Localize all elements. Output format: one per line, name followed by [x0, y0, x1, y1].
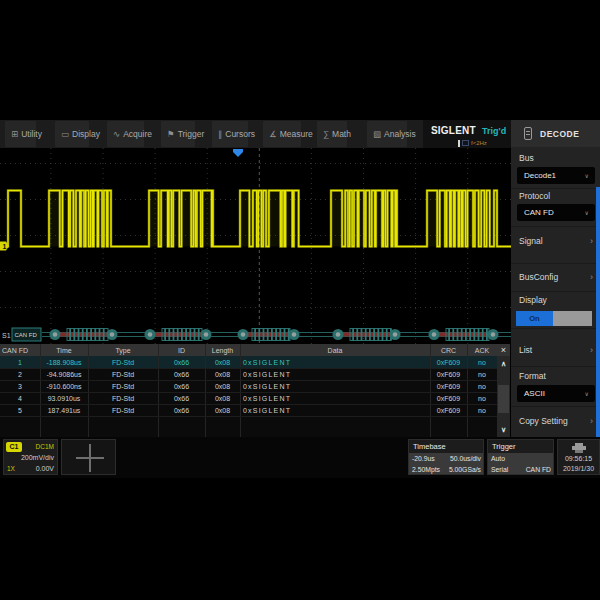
- toggle-off-segment[interactable]: [553, 311, 592, 326]
- list-row-5[interactable]: 5187.491usFD-Std0x660x080xSIGLENT0xF609n…: [0, 404, 497, 416]
- trigger-title: Trigger: [492, 442, 515, 451]
- menu-item-label: Trigger: [178, 129, 205, 139]
- row-separator: [0, 404, 497, 405]
- decode-frame-1[interactable]: [50, 329, 118, 341]
- format-dropdown[interactable]: ASCII∨: [517, 385, 595, 402]
- frame-node-core: [204, 332, 209, 337]
- list-row-4[interactable]: 493.0910usFD-Std0x660x080xSIGLENT0xF609n…: [0, 392, 497, 404]
- menu-item-label: Cursors: [225, 129, 255, 139]
- frame-stripe: [173, 329, 175, 341]
- trigger-box[interactable]: Trigger Auto Serial CAN FD: [487, 439, 554, 475]
- column-separator: [158, 344, 159, 437]
- frame-stripe: [365, 329, 367, 341]
- menu-item-label: Analysis: [384, 129, 416, 139]
- frame-stripe: [99, 329, 101, 341]
- display-toggle[interactable]: On: [516, 311, 592, 326]
- frame-node-core: [148, 332, 153, 337]
- menu-item-utility[interactable]: ⊞Utility: [5, 121, 36, 147]
- list-row-1[interactable]: 1-188.908usFD-Std0x660x080xSIGLENT0xF609…: [0, 356, 497, 368]
- frame-stripe: [267, 329, 269, 341]
- sidebar-item-busconfig[interactable]: BusConfig: [519, 272, 558, 282]
- menu-item-acquire[interactable]: ∿Acquire: [107, 121, 144, 147]
- list-row-3[interactable]: 3-910.600nsFD-Std0x660x080xSIGLENT0xF609…: [0, 380, 497, 392]
- list-cell: 0xSIGLENT: [240, 356, 430, 368]
- timebase-scale: 50.0us/div: [450, 455, 481, 462]
- list-cell: no: [467, 404, 497, 416]
- frame-stripe: [478, 329, 480, 341]
- timebase-body: -20.9us 50.0us/div 2.50Mpts 5.00GSa/s: [409, 453, 483, 474]
- sidebar-item-list[interactable]: List: [519, 345, 532, 355]
- menu-item-trigger[interactable]: ⚑Trigger: [161, 121, 195, 147]
- frame-node-core: [110, 332, 115, 337]
- list-cell: 4: [0, 392, 40, 404]
- chevron-down-icon: ∨: [585, 172, 589, 179]
- menu-item-label: Measure: [280, 129, 313, 139]
- list-column-header: Type: [88, 344, 158, 356]
- decode-list-window: CAN FDTimeTypeIDLengthDataCRCACK1-188.90…: [0, 344, 510, 437]
- list-cell: FD-Std: [88, 368, 158, 380]
- decode-frame-4[interactable]: [333, 329, 401, 341]
- freq-bar-icon: [458, 140, 460, 147]
- bus-dropdown[interactable]: Decode1∨: [517, 167, 595, 184]
- math-icon: ∑: [323, 130, 329, 139]
- list-row-2[interactable]: 2-94.9086usFD-Std0x660x080xSIGLENT0xF609…: [0, 368, 497, 380]
- frame-stripe: [185, 329, 187, 341]
- trigger-position-marker[interactable]: [233, 149, 243, 157]
- menu-item-measure[interactable]: ∡Measure: [263, 121, 301, 147]
- decode-frame-2[interactable]: [145, 329, 212, 341]
- bus1-label[interactable]: S1CAN FD: [2, 328, 41, 341]
- frame-stripe: [94, 329, 96, 341]
- timebase-box[interactable]: Timebase -20.9us 50.0us/div 2.50Mpts 5.0…: [408, 439, 484, 475]
- menu-item-display[interactable]: ▭Display: [55, 121, 89, 147]
- list-cell: 0xSIGLENT: [240, 392, 430, 404]
- printer-icon[interactable]: [572, 443, 586, 453]
- list-cell: 93.0910us: [40, 392, 88, 404]
- add-channel-button[interactable]: [61, 439, 116, 475]
- frame-node-core: [241, 332, 246, 337]
- list-scrollbar[interactable]: ∧∨: [497, 356, 510, 437]
- decode-frame-5[interactable]: [429, 329, 499, 341]
- menu-item-label: Acquire: [123, 129, 152, 139]
- frame-stripe: [373, 329, 375, 341]
- sidebar-scrollbar[interactable]: [596, 187, 600, 437]
- divider: [511, 188, 600, 189]
- list-cell: 0xF609: [430, 404, 467, 416]
- frame-stripe: [469, 329, 471, 341]
- scroll-thumb[interactable]: [498, 385, 509, 413]
- list-column-header: Time: [40, 344, 88, 356]
- divider: [511, 226, 600, 227]
- list-cell: -910.600ns: [40, 380, 88, 392]
- display-icon: ▭: [61, 130, 69, 139]
- list-cell: 187.491us: [40, 404, 88, 416]
- channel1-descriptor[interactable]: C1 DC1M 200mV/div 1X 0.00V: [3, 439, 58, 475]
- sidebar-label: Display: [519, 295, 547, 305]
- menu-item-math[interactable]: ∑Math: [317, 121, 347, 147]
- frame-stripe: [189, 329, 191, 341]
- menu-item-cursors[interactable]: ∥Cursors: [212, 121, 248, 147]
- scroll-up-icon[interactable]: ∧: [497, 360, 510, 368]
- decode-frame-3[interactable]: [238, 329, 300, 341]
- list-close-button[interactable]: ×: [497, 344, 510, 356]
- menu-item-label: Utility: [21, 129, 42, 139]
- menu-item-analysis[interactable]: ▧Analysis: [367, 121, 407, 147]
- list-header: CAN FDTimeTypeIDLengthDataCRCACK: [0, 344, 497, 356]
- frame-stripe: [177, 329, 179, 341]
- frame-stripe: [275, 329, 277, 341]
- utility-icon: ⊞: [11, 130, 18, 139]
- protocol-dropdown[interactable]: CAN FD∨: [517, 204, 595, 221]
- list-cell: 0xF609: [430, 356, 467, 368]
- cursors-icon: ∥: [218, 130, 222, 139]
- list-cell: 0x08: [205, 368, 240, 380]
- frame-node-core: [432, 332, 437, 337]
- frame-node-core: [491, 332, 496, 337]
- freq-counter-label: f<2Hz: [471, 140, 487, 146]
- analysis-icon: ▧: [373, 130, 381, 139]
- toggle-on-segment[interactable]: On: [516, 311, 553, 326]
- column-separator: [205, 344, 206, 437]
- scroll-down-icon[interactable]: ∨: [497, 426, 510, 434]
- decode-icon: [524, 127, 532, 140]
- sidebar-item-copy-setting[interactable]: Copy Setting: [519, 416, 568, 426]
- sidebar-item-signal[interactable]: Signal: [519, 236, 543, 246]
- list-column-header: CAN FD: [0, 344, 40, 356]
- chevron-down-icon: ∨: [585, 209, 589, 216]
